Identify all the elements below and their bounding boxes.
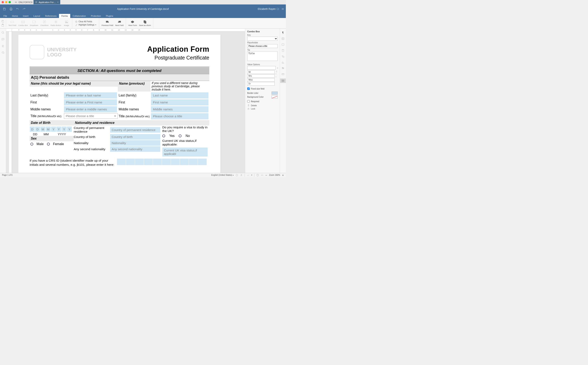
move-down-icon[interactable]: ˅ xyxy=(275,77,278,79)
last-name-input[interactable]: Please enter a last name xyxy=(64,92,117,98)
prev-last-name-input[interactable]: Last name xyxy=(151,92,208,98)
view-form-button[interactable]: View Form xyxy=(127,18,138,28)
image-button[interactable]: Image xyxy=(62,18,71,28)
text-field-button[interactable]: Text Field xyxy=(7,18,17,28)
horizontal-ruler[interactable]: 54321123456789101112131415 xyxy=(6,29,245,31)
cpr-input[interactable]: Country of permanent residence xyxy=(110,127,160,133)
cob-input[interactable]: Country of birth xyxy=(110,134,160,140)
nationality-input[interactable]: Nationality xyxy=(110,140,160,146)
combo-box-button[interactable]: Combo Box xyxy=(17,18,29,28)
value-option-add-input[interactable] xyxy=(247,66,276,70)
tab-protection[interactable]: Protection xyxy=(89,14,103,18)
tracking-icon[interactable] xyxy=(240,174,243,176)
shape-settings-icon[interactable] xyxy=(281,55,284,58)
headings-icon[interactable] xyxy=(1,45,5,48)
app-tab[interactable]: ONLYOFFICE xyxy=(14,1,33,4)
zoom-in-button[interactable]: + xyxy=(282,174,284,177)
fit-page-icon[interactable] xyxy=(256,174,259,176)
print-icon[interactable] xyxy=(9,7,13,11)
tab-plugins[interactable]: Plugins xyxy=(103,14,116,18)
search-icon[interactable] xyxy=(1,31,5,34)
highlight-settings-button[interactable]: Highlight Settings ▾ xyxy=(75,24,96,26)
textart-settings-icon[interactable]: Ta xyxy=(281,67,284,70)
comments-icon[interactable] xyxy=(1,38,5,41)
paragraph-settings-icon[interactable]: ¶ xyxy=(281,31,284,34)
previous-field-button[interactable]: Previous Field xyxy=(100,18,114,28)
delete-field-button[interactable]: Delete xyxy=(247,104,278,107)
zoom-level[interactable]: Zoom 160% xyxy=(269,174,280,176)
dropdown-button[interactable]: Dropdown xyxy=(29,18,39,28)
sex-female-radio[interactable] xyxy=(47,143,50,146)
visa-no-radio[interactable] xyxy=(179,134,182,137)
tab-home[interactable]: Home xyxy=(10,14,21,18)
chart-settings-icon[interactable] xyxy=(281,61,284,64)
track-changes-icon[interactable] xyxy=(247,174,249,176)
option-item[interactable]: Miss xyxy=(247,78,275,82)
menu-icon[interactable] xyxy=(281,7,284,10)
redo-icon[interactable] xyxy=(22,7,26,11)
delete-option-icon[interactable] xyxy=(275,70,278,73)
visa-status-input[interactable]: Current UK visa status,if applicabl xyxy=(162,147,208,156)
radio-button-button[interactable]: Radio Button xyxy=(50,18,62,28)
document-canvas[interactable]: 54321123456789101112131415 UNIVERSITYLOG… xyxy=(6,29,245,173)
sex-male-radio[interactable] xyxy=(30,143,33,146)
form-settings-panel: Combo Box Key Placeholder Tip Title Valu… xyxy=(245,29,280,173)
zoom-out-button[interactable]: − xyxy=(265,174,267,177)
move-up-icon[interactable]: ˄ xyxy=(275,74,278,76)
required-checkbox[interactable] xyxy=(247,100,250,103)
second-nat-input[interactable]: Any second nationality xyxy=(110,146,160,152)
crs-input-boxes[interactable] xyxy=(117,159,207,167)
next-field-button[interactable]: Next Field xyxy=(114,18,125,28)
bg-color-picker[interactable] xyxy=(272,95,278,98)
document-page[interactable]: UNIVERSITYLOGO Application Form Postgrad… xyxy=(18,35,220,173)
add-option-icon[interactable]: ＋ xyxy=(276,67,279,69)
visa-yes-radio[interactable] xyxy=(162,134,165,137)
tab-references[interactable]: References xyxy=(43,14,59,18)
image-settings-icon[interactable] xyxy=(281,43,284,46)
prev-first-name-input[interactable]: First name xyxy=(151,99,208,105)
save-oform-button[interactable]: Save as oform xyxy=(138,18,152,28)
first-name-input[interactable]: Please enter a First name xyxy=(64,99,117,105)
prev-middle-name-input[interactable]: Middle names xyxy=(151,106,208,112)
minimize-window-button[interactable] xyxy=(5,1,7,3)
zoom-window-button[interactable] xyxy=(9,1,11,3)
mailmerge-icon[interactable] xyxy=(281,73,284,76)
vertical-ruler[interactable] xyxy=(9,31,12,173)
tab-layout[interactable]: Layout xyxy=(31,14,43,18)
document-tab[interactable]: Application For… × xyxy=(34,0,60,4)
fixed-size-checkbox[interactable] xyxy=(247,87,250,90)
copy-icon[interactable] xyxy=(1,20,4,23)
table-settings-icon[interactable] xyxy=(281,37,284,40)
clear-all-fields-button[interactable]: Clear All Fields xyxy=(75,21,96,23)
title-combobox[interactable]: Please choose a title▼ xyxy=(64,113,118,119)
paste-icon[interactable] xyxy=(1,24,4,27)
tip-input[interactable]: Title xyxy=(247,51,278,61)
tab-insert[interactable]: Insert xyxy=(21,14,31,18)
form-settings-icon[interactable] xyxy=(280,78,286,83)
spellcheck-icon[interactable] xyxy=(236,174,238,176)
option-item[interactable]: Mr xyxy=(247,70,275,74)
key-select[interactable] xyxy=(247,37,278,41)
undo-icon[interactable] xyxy=(16,7,19,11)
tab-file[interactable]: File xyxy=(1,14,10,18)
save-icon[interactable] xyxy=(3,7,6,11)
tab-forms[interactable]: Forms xyxy=(59,14,70,18)
close-tab-icon[interactable]: × xyxy=(57,1,59,3)
close-window-button[interactable] xyxy=(2,1,4,3)
border-color-picker[interactable] xyxy=(272,91,278,95)
lock-field-button[interactable]: Lock xyxy=(247,107,278,110)
header-footer-icon[interactable] xyxy=(281,49,284,52)
prev-title-combobox[interactable]: Please choose a title xyxy=(151,113,208,119)
dob-input-boxes[interactable]: DDMMYYYY xyxy=(30,126,74,132)
middle-name-input[interactable]: Please enter a middle names xyxy=(64,106,117,112)
option-item[interactable]: Dr xyxy=(247,82,275,86)
page-indicator[interactable]: Page 1 of 6 xyxy=(2,174,13,176)
placeholder-input[interactable] xyxy=(247,44,278,48)
fit-width-icon[interactable] xyxy=(261,174,263,176)
feedback-icon[interactable] xyxy=(1,51,5,54)
open-location-icon[interactable] xyxy=(276,7,279,10)
tab-collaboration[interactable]: Collaboration xyxy=(70,14,89,18)
option-item[interactable]: Mrs xyxy=(247,74,275,78)
checkbox-button[interactable]: Checkbox xyxy=(39,18,50,28)
language-selector[interactable]: English (United States) ▾ xyxy=(211,174,233,176)
